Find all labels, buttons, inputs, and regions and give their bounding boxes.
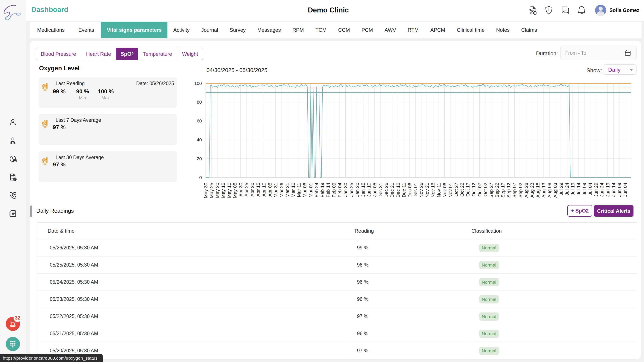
- svg-text:Nov 11: Nov 11: [436, 183, 442, 197]
- svg-text:May 25: May 25: [209, 183, 214, 198]
- svg-text:Jul 04: Jul 04: [588, 183, 593, 195]
- svg-text:Sep 17: Sep 17: [500, 183, 506, 198]
- svg-text:Dec 16: Dec 16: [396, 183, 401, 198]
- svg-text:Jul 09: Jul 09: [582, 183, 587, 195]
- svg-text:May 30: May 30: [203, 183, 208, 198]
- svg-text:Jan 15: Jan 15: [360, 183, 366, 197]
- svg-text:Jan 25: Jan 25: [349, 183, 354, 197]
- svg-text:Jun 14: Jun 14: [611, 183, 616, 197]
- svg-text:Mar 21: Mar 21: [285, 183, 290, 197]
- svg-text:May 05: May 05: [232, 183, 238, 198]
- svg-text:Aug 08: Aug 08: [547, 183, 552, 198]
- svg-text:Aug 03: Aug 03: [552, 183, 558, 198]
- svg-text:Apr 25: Apr 25: [244, 183, 249, 197]
- svg-text:Nov 21: Nov 21: [424, 183, 430, 198]
- svg-text:Mar 01: Mar 01: [308, 183, 314, 197]
- svg-text:Mar 11: Mar 11: [296, 183, 302, 197]
- svg-text:Sep 22: Sep 22: [494, 183, 500, 198]
- svg-text:Jun 09: Jun 09: [617, 183, 622, 197]
- svg-text:0: 0: [199, 175, 202, 180]
- svg-text:Nov 26: Nov 26: [418, 183, 424, 198]
- svg-text:Oct 02: Oct 02: [483, 183, 488, 197]
- svg-text:Nov 06: Nov 06: [442, 183, 447, 198]
- svg-text:Feb 24: Feb 24: [314, 183, 319, 198]
- svg-text:Jul 29: Jul 29: [558, 183, 564, 195]
- svg-text:Sep 27: Sep 27: [488, 183, 494, 198]
- svg-text:Aug 18: Aug 18: [535, 183, 540, 198]
- svg-text:Oct 27: Oct 27: [454, 183, 459, 197]
- svg-text:Jul 19: Jul 19: [570, 183, 576, 195]
- svg-text:Dec 21: Dec 21: [390, 183, 395, 198]
- svg-text:Jul 14: Jul 14: [576, 183, 581, 195]
- svg-text:Feb 09: Feb 09: [331, 183, 336, 198]
- svg-text:Dec 01: Dec 01: [413, 183, 418, 198]
- svg-text:Oct 22: Oct 22: [460, 183, 465, 197]
- svg-text:Jan 05: Jan 05: [372, 183, 378, 197]
- svg-text:Apr 20: Apr 20: [250, 183, 255, 197]
- svg-text:Jan 10: Jan 10: [366, 183, 372, 197]
- svg-text:20: 20: [197, 156, 202, 161]
- svg-text:Mar 26: Mar 26: [279, 183, 284, 197]
- svg-text:Dec 26: Dec 26: [384, 183, 389, 198]
- svg-text:Oct 17: Oct 17: [465, 183, 470, 197]
- svg-text:Oct 12: Oct 12: [471, 183, 476, 197]
- svg-text:Feb 14: Feb 14: [326, 183, 331, 198]
- svg-text:Feb 19: Feb 19: [320, 183, 325, 198]
- svg-text:Jan 30: Jan 30: [343, 183, 348, 197]
- svg-text:Dec 11: Dec 11: [401, 183, 406, 197]
- svg-text:100: 100: [194, 81, 202, 86]
- svg-text:60: 60: [197, 118, 202, 123]
- svg-text:80: 80: [197, 99, 202, 104]
- svg-text:Apr 15: Apr 15: [256, 183, 261, 197]
- svg-text:Dec 06: Dec 06: [407, 183, 412, 198]
- svg-text:Apr 30: Apr 30: [238, 183, 244, 197]
- svg-text:Jun 24: Jun 24: [599, 183, 604, 197]
- svg-text:Nov 16: Nov 16: [430, 183, 436, 198]
- svg-text:May 10: May 10: [226, 183, 232, 198]
- svg-text:Apr 10: Apr 10: [261, 183, 266, 197]
- svg-text:Aug 28: Aug 28: [524, 183, 529, 198]
- svg-text:Jul 24: Jul 24: [564, 183, 570, 195]
- svg-text:Sep 07: Sep 07: [512, 183, 517, 198]
- svg-text:Dec 31: Dec 31: [378, 183, 383, 198]
- svg-text:Sep 02: Sep 02: [518, 183, 523, 198]
- svg-text:May 20: May 20: [215, 183, 220, 198]
- svg-text:Jan 20: Jan 20: [355, 183, 360, 197]
- svg-text:Mar 06: Mar 06: [302, 183, 308, 197]
- svg-text:Sep 12: Sep 12: [506, 183, 511, 198]
- svg-text:Aug 23: Aug 23: [529, 183, 535, 198]
- svg-text:Jun 29: Jun 29: [593, 183, 599, 197]
- svg-text:Oct 07: Oct 07: [477, 183, 482, 197]
- svg-text:Mar 31: Mar 31: [273, 183, 278, 197]
- svg-text:Nov 01: Nov 01: [448, 183, 453, 198]
- svg-text:Aug 13: Aug 13: [541, 183, 546, 198]
- svg-text:Apr 05: Apr 05: [267, 183, 273, 197]
- svg-text:Mar 16: Mar 16: [290, 183, 296, 197]
- svg-text:40: 40: [197, 137, 202, 142]
- svg-text:May 15: May 15: [220, 183, 226, 198]
- svg-text:Jun 19: Jun 19: [605, 183, 610, 197]
- svg-text:Jun 04: Jun 04: [622, 183, 628, 197]
- svg-text:Feb 04: Feb 04: [337, 183, 342, 198]
